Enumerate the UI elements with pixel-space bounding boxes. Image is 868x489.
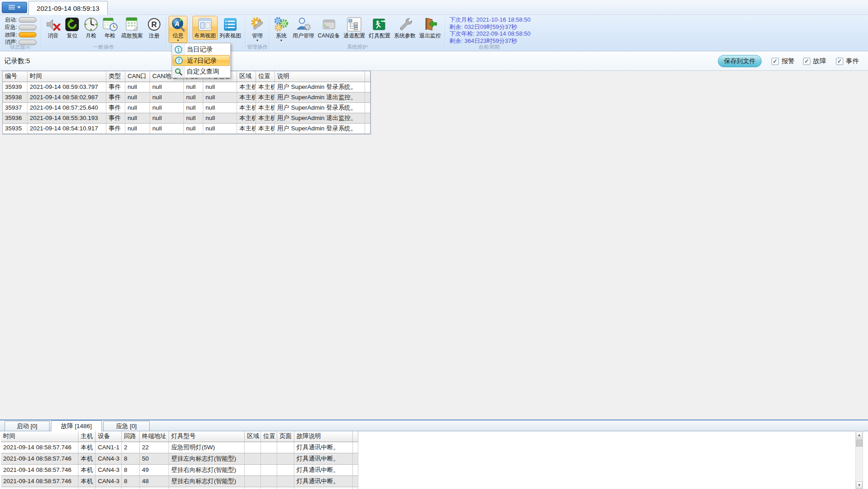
circle-1-icon: 1 [174, 46, 183, 54]
channel-config-button[interactable]: 通道配置 [342, 16, 367, 40]
table-row[interactable]: 2021-09-14 08:58:57.746本机CAN4-3847吊装左向标志… [1, 487, 358, 489]
scroll-down-button[interactable]: ▼ [856, 481, 863, 489]
column-header[interactable]: 页面 [277, 431, 294, 442]
table-row[interactable]: 359362021-09-14 08:55:30.193事件nullnullnu… [3, 113, 370, 124]
cell: 49 [140, 465, 169, 475]
manage-button[interactable]: 管理 ▾ [248, 16, 267, 43]
cell: null [184, 113, 203, 123]
fault-checkbox[interactable]: ✓ [803, 58, 810, 65]
tab-fault[interactable]: 故障 [1486] [51, 420, 102, 431]
table-row[interactable]: 2021-09-14 08:58:57.746本机CAN4-3849壁挂右向标志… [1, 465, 358, 476]
info-button[interactable]: A 信息 ▾ [169, 16, 187, 43]
tab-emergency[interactable]: 应急 [0] [103, 421, 150, 431]
filler-cell [353, 465, 358, 475]
column-header[interactable]: 位置 [261, 431, 277, 442]
lamp-config-button[interactable]: 灯具配置 [367, 16, 392, 40]
column-header[interactable]: 灯具型号 [169, 431, 245, 442]
title-tab[interactable]: 2021-09-14 08:59:13 [28, 1, 108, 15]
emergency-indicator [18, 25, 37, 30]
menu-item-last7days-records[interactable]: 7 近7日记录 [173, 55, 230, 66]
group-separator [445, 17, 445, 49]
cell: 事件 [106, 103, 125, 113]
exit-monitor-icon [422, 17, 438, 32]
column-header[interactable]: CAN口 [125, 71, 150, 82]
column-header[interactable]: 编号 [3, 71, 27, 82]
column-header[interactable]: 时间 [1, 431, 78, 442]
cell: 48 [140, 476, 169, 487]
cell: null [184, 82, 203, 92]
vertical-scrollbar[interactable]: ▲ ▼ [855, 431, 863, 489]
evacuation-plan-button[interactable]: 疏散预案 [119, 16, 145, 40]
cell: null [203, 82, 237, 92]
menu-item-today-records[interactable]: 1 当日记录 [173, 44, 230, 55]
system-params-button[interactable]: 系统参数 [392, 16, 417, 40]
list-view-button[interactable]: 列表视图 [218, 16, 243, 40]
cell: null [184, 124, 203, 134]
monthly-check-button[interactable]: 月检 [82, 16, 101, 40]
column-header[interactable]: 区域 [237, 71, 256, 82]
cell: 事件 [106, 124, 125, 134]
column-header[interactable]: 主机 [78, 431, 96, 442]
cell: 本机 [78, 465, 96, 475]
user-management-button[interactable]: 用户管理 [291, 16, 316, 40]
column-header[interactable]: 故障说明 [294, 431, 353, 442]
table-row[interactable]: 2021-09-14 08:58:57.746本机CAN1-1222应急照明灯(… [1, 442, 358, 453]
filler-cell [353, 431, 358, 442]
table-row[interactable]: 359372021-09-14 08:57:25.640事件nullnullnu… [3, 103, 370, 113]
table-row[interactable]: 359352021-09-14 08:54:10.917事件nullnullnu… [3, 124, 370, 134]
next-annual-check: 下次年检: 2022-09-14 08:58:50 [449, 30, 530, 37]
monthly-remaining: 剩余: 032日09时59分37秒 [449, 23, 530, 31]
annual-check-button[interactable]: 年检 [101, 16, 119, 40]
can-device-button[interactable]: CAN设备 [316, 16, 342, 40]
event-checkbox[interactable]: ✓ [836, 58, 843, 65]
column-header[interactable]: 位置 [256, 71, 275, 82]
cell [245, 442, 261, 453]
cell: 35937 [3, 103, 27, 113]
column-header[interactable]: 时间 [27, 71, 106, 82]
app-menu-button[interactable] [2, 2, 27, 13]
cell [245, 453, 261, 464]
cell: 2021-09-14 08:59:03.797 [27, 82, 106, 92]
exit-monitor-button[interactable]: 退出监控 [417, 16, 443, 40]
layout-view-button[interactable]: 布局视图 [192, 16, 218, 40]
tab-start[interactable]: 启动 [0] [5, 421, 50, 431]
cell: 2021-09-14 08:58:57.746 [1, 465, 78, 475]
column-header[interactable]: 区域 [245, 431, 261, 442]
reset-button[interactable]: 复位 [63, 16, 82, 40]
cell: 本机 [78, 476, 96, 487]
table-row[interactable]: 2021-09-14 08:58:57.746本机CAN4-3848壁挂右向标志… [1, 476, 358, 487]
cell [277, 453, 294, 464]
cell [261, 442, 277, 453]
records-toolbar: 记录数:5 保存到文件 ✓ 报警 ✓ 故障 ✓ 事件 [0, 51, 868, 71]
cell: 8 [122, 476, 140, 487]
column-header[interactable]: 说明 [275, 71, 365, 82]
scroll-thumb[interactable] [856, 439, 863, 447]
register-button[interactable]: R 注册 [145, 16, 164, 40]
column-header[interactable]: 类型 [106, 71, 125, 82]
cell: 35935 [3, 124, 27, 134]
cell: 2021-09-14 08:54:10.917 [27, 124, 106, 134]
workspace: 编号时间类型CAN口CAN地址回路终端地址区域位置说明359392021-09-… [0, 71, 868, 420]
fault-indicator [18, 32, 37, 37]
cell: null [184, 92, 203, 102]
group-label-status: 状态提示 [0, 44, 41, 51]
svg-text:1: 1 [177, 47, 180, 52]
cell: null [203, 124, 237, 134]
system-params-icon [397, 17, 412, 32]
chevron-down-icon: ▾ [256, 39, 258, 42]
scroll-up-button[interactable]: ▲ [856, 431, 863, 438]
group-label-general: 一般操作 [42, 44, 165, 51]
alarm-checkbox[interactable]: ✓ [772, 58, 779, 65]
column-header[interactable]: 终端地址 [140, 431, 169, 442]
status-label-fault: 故障: [2, 31, 17, 39]
cell [277, 442, 294, 453]
column-header[interactable]: 回路 [122, 431, 140, 442]
table-row[interactable]: 359392021-09-14 08:59:03.797事件nullnullnu… [3, 82, 370, 92]
table-row[interactable]: 359382021-09-14 08:58:02.987事件nullnullnu… [3, 92, 370, 103]
save-to-file-button[interactable]: 保存到文件 [718, 55, 762, 67]
system-button[interactable]: 系统 ▾ [272, 16, 291, 43]
column-header[interactable]: 设备 [96, 431, 122, 442]
table-row[interactable]: 2021-09-14 08:58:57.746本机CAN4-3850壁挂左向标志… [1, 453, 358, 465]
menu-item-custom-query[interactable]: 自定义查询 [173, 66, 230, 77]
mute-button[interactable]: 消音 [44, 16, 63, 40]
